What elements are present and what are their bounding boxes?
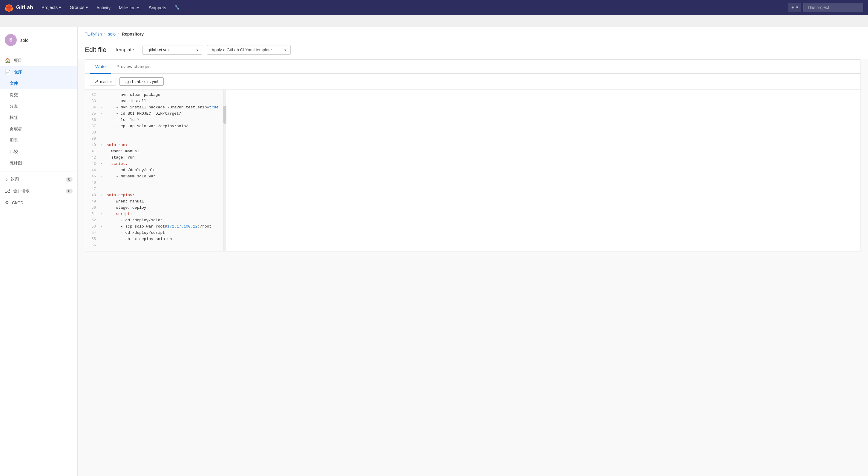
line-number: 50: [85, 205, 101, 211]
line-gutter: -: [101, 123, 106, 129]
mr-badge: 0: [66, 189, 72, 193]
line-number: 35: [85, 111, 101, 117]
code-line: 41 when: manual: [85, 149, 223, 155]
sidebar-item-tags[interactable]: 标签: [0, 112, 78, 123]
sidebar-item-label: 合并请求: [13, 188, 30, 194]
sidebar-item-label: 文件: [9, 81, 18, 86]
line-gutter: -: [101, 104, 106, 110]
apply-template-label: Apply a GitLab CI Yaml template: [212, 47, 272, 52]
filename-value: .gitlab-ci.yml: [146, 47, 169, 52]
line-number: 37: [85, 123, 101, 129]
code-line: 49 when: manual: [85, 198, 223, 205]
line-gutter: [101, 155, 106, 155]
code-line: 35- - cd $CI_PROJECT_DIR/target/: [85, 111, 223, 117]
line-content: - cp -ap solo.war /deploy/solo/: [106, 123, 223, 130]
code-line: 51▸ script:: [85, 211, 223, 217]
line-gutter: ▸: [101, 161, 106, 167]
sidebar-item-compare[interactable]: 比较: [0, 146, 78, 157]
filename-dropdown[interactable]: .gitlab-ci.yml: [143, 45, 202, 55]
line-number: 40: [85, 142, 101, 148]
edit-file-header: Edit file Template .gitlab-ci.yml Apply …: [78, 39, 868, 59]
code-line: 54- - cd /deploy/script: [85, 230, 223, 236]
line-gutter: -: [101, 173, 106, 179]
tab-write[interactable]: Write: [90, 60, 111, 74]
code-line: 47: [85, 186, 223, 192]
editor-scrollbar[interactable]: [223, 90, 226, 251]
code-line: 32- - mvn clean package: [85, 92, 223, 98]
sidebar-section-main: 🏠 项目 📄 仓库 文件 提交 分支 标签 贡献者 图表: [0, 54, 78, 210]
line-number: 42: [85, 155, 101, 161]
line-number: 34: [85, 104, 101, 110]
code-line: 39: [85, 136, 223, 142]
sidebar-item-issues[interactable]: ○ 议题 0: [0, 174, 78, 185]
apply-template-chevron-icon: [284, 47, 286, 52]
tab-preview[interactable]: Preview changes: [111, 60, 156, 74]
line-number: 54: [85, 230, 101, 236]
line-content: - cd /deploy/solo: [106, 167, 223, 173]
line-number: 36: [85, 117, 101, 123]
code-line: 37- - cp -ap solo.war /deploy/solo/: [85, 123, 223, 130]
sidebar-item-merge-requests[interactable]: ⎇ 合并请求 0: [0, 185, 78, 197]
sidebar-user: S solo: [0, 32, 78, 51]
apply-template-dropdown[interactable]: Apply a GitLab CI Yaml template: [207, 45, 291, 55]
line-number: 38: [85, 130, 101, 135]
sidebar-item-cicd[interactable]: ⚙ CI/CD: [0, 197, 78, 209]
line-gutter: -: [101, 98, 106, 104]
line-gutter: -: [101, 224, 106, 229]
nav-snippets[interactable]: Snippets: [145, 3, 169, 12]
line-gutter: -: [101, 111, 106, 117]
sidebar-item-files[interactable]: 文件: [0, 78, 78, 89]
breadcrumb: TL-flyfish › solo › Repository: [78, 27, 868, 39]
gitlab-logo[interactable]: GitLab: [5, 3, 33, 12]
code-line: 43▸ script:: [85, 161, 223, 167]
nav-milestones[interactable]: Milestones: [115, 3, 144, 12]
line-content: - cd /deploy/solo/: [106, 217, 223, 224]
line-gutter: [101, 243, 106, 243]
line-number: 53: [85, 224, 101, 230]
code-line: 40▸solo-run:: [85, 142, 223, 149]
line-content: stage: run: [106, 155, 223, 161]
breadcrumb-solo[interactable]: solo: [108, 32, 116, 36]
line-content: - md5sum solo.war: [106, 173, 223, 180]
sidebar-item-project[interactable]: 🏠 项目: [0, 55, 78, 66]
breadcrumb-tl-flyfish[interactable]: TL-flyfish: [85, 32, 102, 36]
code-editor[interactable]: 32- - mvn clean package33- - mvn install…: [85, 90, 223, 251]
line-gutter: [101, 130, 106, 130]
create-new-button[interactable]: ＋ ▾: [788, 3, 801, 12]
sidebar-item-label: 分支: [9, 104, 18, 109]
app-layout: S solo 🏠 项目 📄 仓库 文件 提交 分支 标签: [0, 27, 868, 476]
sidebar-item-contributors[interactable]: 贡献者: [0, 123, 78, 135]
nav-groups[interactable]: Groups ▾: [66, 2, 91, 12]
nav-activity[interactable]: Activity: [93, 3, 115, 12]
sidebar-item-label: 项目: [14, 58, 22, 63]
line-gutter: ▸: [101, 211, 106, 217]
line-content: when: manual: [106, 149, 223, 155]
line-content: stage: deploy: [106, 205, 223, 211]
line-gutter: ▸: [101, 142, 106, 148]
sidebar-item-commits[interactable]: 提交: [0, 89, 78, 101]
nav-projects[interactable]: Projects ▾: [38, 2, 65, 12]
line-gutter: -: [101, 92, 106, 98]
sidebar-item-stats[interactable]: 统计图: [0, 157, 78, 169]
line-content: script:: [106, 211, 223, 217]
sidebar-item-label: 仓库: [14, 70, 22, 75]
line-gutter: -: [101, 167, 106, 173]
editor-scrollbar-thumb[interactable]: [223, 106, 226, 124]
editor-area: Write Preview changes ⎇ master .gitlab-c…: [85, 59, 861, 251]
sidebar-item-repository[interactable]: 📄 仓库: [0, 66, 78, 78]
line-gutter: [101, 180, 106, 180]
line-number: 44: [85, 167, 101, 173]
line-gutter: -: [101, 217, 106, 223]
line-content: - cd /deploy/script: [106, 230, 223, 236]
global-search-input[interactable]: [804, 3, 863, 12]
line-content: - ls -ld *: [106, 117, 223, 123]
breadcrumb-sep-2: ›: [118, 32, 120, 36]
filename-badge: .gitlab-ci.yml: [120, 77, 164, 86]
sidebar-item-label: 提交: [9, 92, 18, 98]
line-gutter: ▸: [101, 192, 106, 198]
line-gutter: [101, 198, 106, 199]
sidebar-item-charts[interactable]: 图表: [0, 135, 78, 146]
sidebar-item-branches[interactable]: 分支: [0, 101, 78, 112]
wrench-icon[interactable]: 🔧: [172, 3, 182, 12]
gitlab-text: GitLab: [16, 4, 33, 11]
